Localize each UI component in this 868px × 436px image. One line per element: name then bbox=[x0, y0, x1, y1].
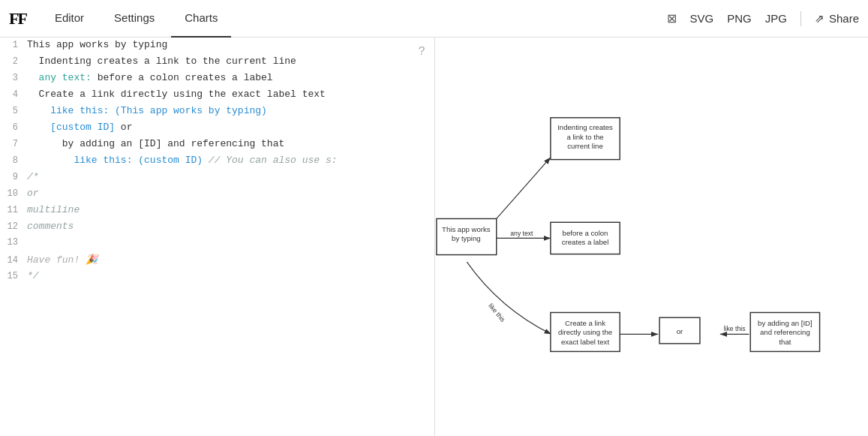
edge-n3-n4 bbox=[467, 262, 551, 334]
line-content-6: [custom ID] or bbox=[27, 122, 434, 133]
code-line-1: 1This app works by typing bbox=[0, 38, 434, 54]
chart-pane[interactable]: any text like this like this This app wo… bbox=[435, 38, 868, 436]
node-this-app-text2: by typing bbox=[452, 234, 480, 242]
node-by-adding-text3: that bbox=[779, 338, 791, 346]
share-button[interactable]: ⇗ Share bbox=[815, 12, 859, 26]
node-by-adding-text2: and referencing bbox=[760, 328, 810, 336]
node-by-adding-text1: by adding an [ID] bbox=[758, 319, 812, 327]
export-image-icon: ⊠ bbox=[667, 11, 677, 26]
editor-pane[interactable]: ? 1This app works by typing2 Indenting c… bbox=[0, 38, 435, 436]
node-or-text: or bbox=[677, 327, 683, 335]
line-number-13: 13 bbox=[0, 237, 27, 248]
node-indenting-text3: current line bbox=[567, 142, 603, 150]
line-number-4: 4 bbox=[0, 89, 27, 100]
chart-diagram: any text like this like this This app wo… bbox=[435, 38, 868, 436]
header-right: ⊠ SVG PNG JPG ⇗ Share bbox=[667, 11, 859, 26]
header: FF Editor Settings Charts ⊠ SVG PNG JPG … bbox=[0, 0, 868, 38]
code-line-2: 2 Indenting creates a link to the curren… bbox=[0, 54, 434, 71]
node-create-link-text3: exact label text bbox=[561, 338, 609, 346]
code-line-14: 14Have fun! 🎉 bbox=[0, 252, 434, 269]
share-icon: ⇗ bbox=[815, 12, 824, 26]
line-content-3: any text: before a colon creates a label bbox=[27, 72, 434, 83]
line-number-3: 3 bbox=[0, 73, 27, 83]
line-content-2: Indenting creates a link to the current … bbox=[27, 56, 434, 67]
line-content-15: */ bbox=[27, 270, 434, 281]
node-create-link-text2: directly using the bbox=[558, 328, 612, 336]
code-line-3: 3 any text: before a colon creates a lab… bbox=[0, 71, 434, 87]
edge-n3-n1 bbox=[497, 158, 551, 219]
line-content-11: multiline bbox=[27, 204, 434, 215]
line-number-1: 1 bbox=[0, 40, 27, 50]
edge-label-any-text: any text bbox=[510, 230, 533, 237]
line-content-10: or bbox=[27, 188, 434, 199]
main: ? 1This app works by typing2 Indenting c… bbox=[0, 38, 868, 436]
line-content-12: comments bbox=[27, 221, 434, 232]
line-number-5: 5 bbox=[0, 106, 27, 116]
svg-button[interactable]: SVG bbox=[690, 12, 714, 25]
code-line-10: 10or bbox=[0, 186, 434, 203]
node-create-link-text1: Create a link bbox=[565, 319, 605, 327]
tab-charts[interactable]: Charts bbox=[171, 0, 231, 38]
edge-label-like-this-2: like this bbox=[724, 325, 746, 332]
divider bbox=[800, 11, 801, 26]
png-button[interactable]: PNG bbox=[727, 12, 752, 25]
node-this-app-text1: This app works bbox=[442, 225, 491, 233]
line-number-6: 6 bbox=[0, 122, 27, 133]
code-lines: 1This app works by typing2 Indenting cre… bbox=[0, 38, 434, 285]
line-number-8: 8 bbox=[0, 155, 27, 166]
line-content-14: Have fun! 🎉 bbox=[27, 254, 434, 266]
line-content-1: This app works by typing bbox=[27, 39, 434, 50]
line-number-14: 14 bbox=[0, 255, 27, 266]
code-line-5: 5 like this: (This app works by typing) bbox=[0, 104, 434, 120]
line-number-11: 11 bbox=[0, 205, 27, 215]
code-line-15: 15*/ bbox=[0, 269, 434, 285]
code-line-13: 13 bbox=[0, 236, 434, 252]
code-line-11: 11multiline bbox=[0, 203, 434, 219]
code-line-8: 8 like this: (custom ID) // You can also… bbox=[0, 153, 434, 170]
line-number-7: 7 bbox=[0, 139, 27, 149]
code-line-7: 7 by adding an [ID] and referencing that bbox=[0, 137, 434, 153]
tab-settings[interactable]: Settings bbox=[101, 0, 168, 38]
code-line-6: 6 [custom ID] or bbox=[0, 120, 434, 137]
node-colon-text2: creates a label bbox=[562, 238, 609, 246]
help-icon[interactable]: ? bbox=[418, 45, 425, 59]
line-number-15: 15 bbox=[0, 271, 27, 281]
code-line-9: 9/* bbox=[0, 170, 434, 186]
line-number-10: 10 bbox=[0, 188, 27, 199]
tab-editor[interactable]: Editor bbox=[41, 0, 98, 38]
code-line-12: 12comments bbox=[0, 219, 434, 236]
logo: FF bbox=[9, 9, 26, 29]
jpg-button[interactable]: JPG bbox=[765, 12, 787, 25]
line-number-12: 12 bbox=[0, 221, 27, 232]
line-content-7: by adding an [ID] and referencing that bbox=[27, 138, 434, 149]
line-number-2: 2 bbox=[0, 56, 27, 67]
share-label: Share bbox=[829, 12, 859, 25]
line-number-9: 9 bbox=[0, 172, 27, 182]
line-content-4: Create a link directly using the exact l… bbox=[27, 89, 434, 100]
node-colon-text1: before a colon bbox=[563, 229, 608, 237]
line-content-5: like this: (This app works by typing) bbox=[27, 105, 434, 116]
code-line-4: 4 Create a link directly using the exact… bbox=[0, 87, 434, 104]
line-content-8: like this: (custom ID) // You can also u… bbox=[27, 155, 434, 166]
node-indenting-text1: Indenting creates bbox=[557, 123, 613, 131]
node-indenting-text2: a link to the bbox=[566, 133, 603, 141]
edge-label-like-this-1: like this bbox=[487, 302, 507, 323]
line-content-9: /* bbox=[27, 171, 434, 182]
